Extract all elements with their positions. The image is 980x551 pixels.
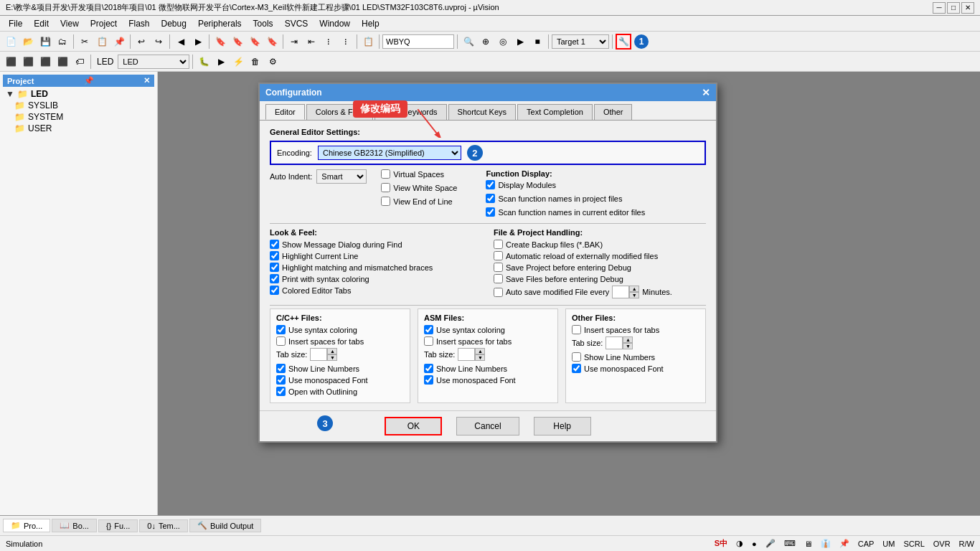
close-button[interactable]: ✕	[961, 2, 974, 14]
tb2-btn3[interactable]: ⬛	[37, 54, 53, 70]
tab-books[interactable]: 📖 Bo...	[52, 519, 97, 532]
c-syntax-cb[interactable]	[276, 325, 286, 334]
tb2-btn4[interactable]: ⬛	[55, 54, 70, 70]
c-spinbox-up[interactable]: ▲	[327, 348, 337, 354]
spinbox-up[interactable]: ▲	[629, 286, 639, 292]
scan-names-editor-cb[interactable]	[486, 207, 495, 217]
asm-monospaced-cb[interactable]	[424, 375, 433, 385]
wrench-btn[interactable]: 🔧	[616, 34, 631, 50]
search-input[interactable]	[382, 34, 454, 49]
other-spinbox-down[interactable]: ▼	[623, 343, 633, 349]
tb2-btn1[interactable]: ⬛	[3, 54, 19, 70]
sidebar-pin-icon[interactable]: 📌	[84, 76, 94, 85]
debug2-btn[interactable]: 🐛	[196, 54, 212, 70]
tab-build-output[interactable]: 🔨 Build Output	[189, 519, 262, 532]
dialog-close-icon[interactable]: ✕	[702, 87, 710, 98]
asm-show-line-cb[interactable]	[424, 364, 433, 373]
menu-debug[interactable]: Debug	[156, 17, 192, 30]
scan-names-project-cb[interactable]	[486, 194, 495, 203]
display-modules-cb[interactable]	[486, 180, 495, 189]
tree-item-user[interactable]: 📁 USER	[3, 123, 154, 134]
sidebar-close-icon[interactable]: ✕	[143, 76, 150, 85]
asm-insert-cb[interactable]	[424, 336, 433, 346]
redo-btn[interactable]: ↪	[151, 34, 166, 50]
debug-btn[interactable]: ◎	[495, 34, 511, 50]
save-btn[interactable]: 💾	[37, 34, 53, 50]
nav-back-btn[interactable]: ◀	[173, 34, 189, 50]
tab-functions[interactable]: {} Fu...	[98, 519, 138, 532]
menu-edit[interactable]: Edit	[28, 17, 55, 30]
open-btn[interactable]: 📂	[20, 34, 36, 50]
menu-project[interactable]: Project	[85, 17, 123, 30]
create-backup-cb[interactable]	[494, 240, 503, 249]
spinbox-down[interactable]: ▼	[629, 292, 639, 298]
run-btn[interactable]: ▶	[512, 34, 528, 50]
c-tab-value[interactable]: 2	[310, 348, 327, 361]
asm-spinbox-down[interactable]: ▼	[475, 354, 485, 361]
erase-btn[interactable]: 🗑	[248, 54, 263, 70]
power-btn[interactable]: ⚙	[265, 54, 281, 70]
unindent-btn[interactable]: ⇤	[303, 34, 319, 50]
print-syntax-cb[interactable]	[270, 274, 279, 283]
auto-save-cb[interactable]	[494, 288, 503, 297]
tb2-btn5[interactable]: 🏷	[72, 54, 88, 70]
auto-reload-cb[interactable]	[494, 251, 503, 260]
asm-tab-value[interactable]: 4	[458, 348, 475, 361]
c-outlining-cb[interactable]	[276, 387, 286, 396]
menu-flash[interactable]: Flash	[123, 17, 155, 30]
show-message-cb[interactable]	[270, 240, 279, 249]
search-btn[interactable]: 🔍	[461, 34, 476, 50]
target-btn[interactable]: ⊕	[478, 34, 494, 50]
colored-tabs-cb[interactable]	[270, 286, 279, 295]
indent-btn[interactable]: ⇥	[286, 34, 302, 50]
maximize-button[interactable]: □	[947, 2, 960, 14]
tab-editor[interactable]: Editor	[265, 104, 305, 120]
minimize-button[interactable]: ─	[933, 2, 946, 14]
tree-item-syslib[interactable]: 📁 SYSLIB	[3, 100, 154, 111]
highlight-current-cb[interactable]	[270, 251, 279, 260]
other-insert-cb[interactable]	[572, 325, 581, 334]
comment-btn[interactable]: ⫶	[321, 34, 336, 50]
menu-svcs[interactable]: SVCS	[279, 17, 314, 30]
cut-btn[interactable]: ✂	[77, 34, 93, 50]
menu-file[interactable]: File	[3, 17, 28, 30]
bookmark-btn[interactable]: 🔖	[212, 34, 228, 50]
cancel-button[interactable]: Cancel	[456, 417, 519, 435]
other-show-line-cb[interactable]	[572, 352, 581, 362]
highlight-braces-cb[interactable]	[270, 263, 279, 272]
menu-window[interactable]: Window	[314, 17, 356, 30]
save-files-cb[interactable]	[494, 274, 503, 283]
save-all-btn[interactable]: 🗂	[55, 34, 70, 50]
tab-other[interactable]: Other	[594, 104, 633, 120]
c-spinbox-down[interactable]: ▼	[327, 354, 337, 361]
run2-btn[interactable]: ▶	[213, 54, 229, 70]
target-dropdown[interactable]: Target 1	[552, 34, 609, 49]
c-monospaced-cb[interactable]	[276, 375, 286, 385]
save-project-cb[interactable]	[494, 263, 503, 272]
view-white-space-cb[interactable]	[381, 183, 390, 192]
asm-syntax-cb[interactable]	[424, 325, 433, 334]
other-monospaced-cb[interactable]	[572, 364, 581, 373]
led-dropdown[interactable]: LED	[118, 55, 189, 69]
menu-help[interactable]: Help	[356, 17, 385, 30]
asm-spinbox-up[interactable]: ▲	[475, 348, 485, 354]
auto-save-value[interactable]: 5	[612, 286, 629, 298]
encoding-dropdown[interactable]: Chinese GB2312 (Simplified) ASCII UTF-8	[318, 146, 461, 160]
menu-tools[interactable]: Tools	[248, 17, 279, 30]
view-eol-cb[interactable]	[381, 197, 390, 206]
tab-text-completion[interactable]: Text Completion	[517, 104, 593, 120]
new-file-btn[interactable]: 📄	[3, 34, 19, 50]
paste-btn[interactable]: 📌	[111, 34, 127, 50]
menu-peripherals[interactable]: Peripherals	[192, 17, 248, 30]
tree-item-system[interactable]: 📁 SYSTEM	[3, 111, 154, 123]
bookmark3-btn[interactable]: 🔖	[247, 34, 263, 50]
menu-view[interactable]: View	[55, 17, 85, 30]
copy-btn[interactable]: 📋	[94, 34, 110, 50]
help-button[interactable]: Help	[534, 417, 591, 435]
tree-root-led[interactable]: ▼ 📁 LED	[3, 88, 154, 100]
template-btn[interactable]: 📋	[360, 34, 376, 50]
tab-project[interactable]: 📁 Pro...	[3, 519, 50, 532]
tab-templates[interactable]: 0↓ Tem...	[139, 519, 188, 532]
c-show-line-cb[interactable]	[276, 364, 286, 373]
flash-btn[interactable]: ⚡	[230, 54, 246, 70]
